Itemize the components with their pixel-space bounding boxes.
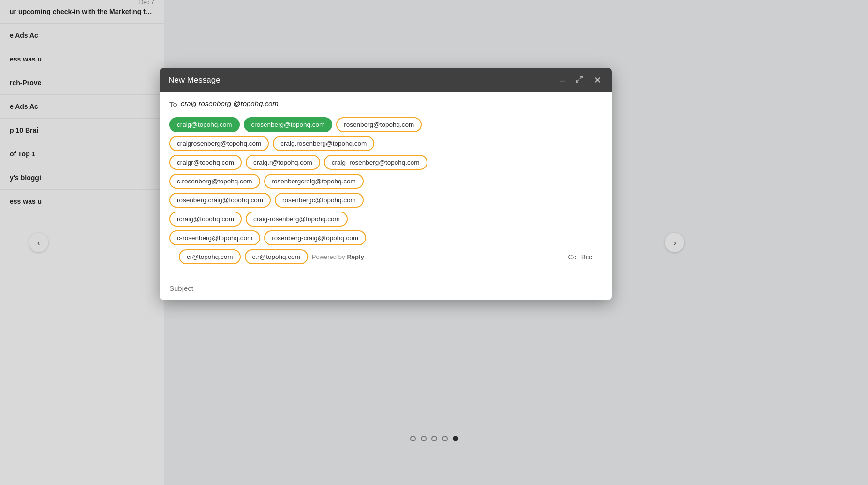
email-chip-rcraig[interactable]: rcraig@topohq.com bbox=[169, 212, 242, 227]
bcc-button[interactable]: Bcc bbox=[581, 253, 592, 261]
email-chip-c-r[interactable]: c.r@topohq.com bbox=[245, 249, 308, 264]
email-chip-rosenberg[interactable]: rosenberg@topohq.com bbox=[336, 117, 422, 132]
suggestions-row-1: craig@topohq.com crosenberg@topohq.com r… bbox=[169, 117, 602, 132]
compose-title: New Message bbox=[168, 76, 221, 85]
email-chip-rosenbergc[interactable]: rosenbergc@topohq.com bbox=[275, 193, 364, 208]
suggestions-row-8: cr@topohq.com c.r@topohq.com Powered by … bbox=[179, 249, 364, 264]
email-chip-crosenberg[interactable]: crosenberg@topohq.com bbox=[244, 117, 333, 132]
suggestions-row-7: c-rosenberg@topohq.com rosenberg-craig@t… bbox=[169, 230, 602, 245]
compose-header: New Message – ✕ bbox=[160, 68, 612, 92]
suggestions-row-5: rosenberg.craig@topohq.com rosenbergc@to… bbox=[169, 193, 602, 208]
to-field: To craig rosenberg @topohq.com bbox=[160, 92, 612, 113]
email-chip-craigrosenberg[interactable]: craigrosenberg@topohq.com bbox=[169, 136, 269, 151]
suggestions-row-3: craigr@topohq.com craig.r@topohq.com cra… bbox=[169, 155, 602, 170]
to-input-value[interactable]: craig rosenberg @topohq.com bbox=[181, 99, 279, 107]
email-chip-craig-r[interactable]: craig.r@topohq.com bbox=[246, 155, 320, 170]
email-chip-cr[interactable]: cr@topohq.com bbox=[179, 249, 241, 264]
suggestions-row-2: craigrosenberg@topohq.com craig.rosenber… bbox=[169, 136, 602, 151]
email-chip-rosenbergcraig[interactable]: rosenbergcraig@topohq.com bbox=[264, 174, 364, 189]
minimize-button[interactable]: – bbox=[558, 75, 567, 86]
compose-modal: New Message – ✕ To craig rosenberg @topo… bbox=[160, 68, 612, 300]
subject-field bbox=[160, 277, 612, 300]
email-chip-craig-dot-rosenberg[interactable]: craig.rosenberg@topohq.com bbox=[273, 136, 374, 151]
powered-by: Powered by Reply bbox=[312, 249, 364, 264]
email-chip-craig-hyphen-rosenberg[interactable]: craig-rosenberg@topohq.com bbox=[246, 212, 348, 227]
to-label: To bbox=[169, 100, 177, 108]
close-button[interactable]: ✕ bbox=[592, 75, 603, 86]
cc-bcc-container: Cc Bcc bbox=[568, 253, 592, 261]
compose-header-actions: – ✕ bbox=[558, 75, 603, 86]
email-chip-c-rosenberg[interactable]: c.rosenberg@topohq.com bbox=[169, 174, 260, 189]
subject-input[interactable] bbox=[169, 284, 602, 292]
last-row: cr@topohq.com c.r@topohq.com Powered by … bbox=[169, 249, 602, 269]
powered-by-text: Powered by bbox=[312, 253, 345, 260]
suggestions-container: craig@topohq.com crosenberg@topohq.com r… bbox=[160, 113, 612, 277]
email-chip-craigr[interactable]: craigr@topohq.com bbox=[169, 155, 242, 170]
email-chip-rosenberg-dot-craig[interactable]: rosenberg.craig@topohq.com bbox=[169, 193, 271, 208]
expand-button[interactable] bbox=[574, 75, 585, 86]
email-chip-craig-underscore-rosenberg[interactable]: craig_rosenberg@topohq.com bbox=[324, 155, 427, 170]
suggestions-row-6: rcraig@topohq.com craig-rosenberg@topohq… bbox=[169, 212, 602, 227]
email-chip-craig[interactable]: craig@topohq.com bbox=[169, 117, 240, 132]
email-chip-rosenberg-hyphen-craig[interactable]: rosenberg-craig@topohq.com bbox=[264, 230, 366, 245]
cc-button[interactable]: Cc bbox=[568, 253, 576, 261]
reply-link[interactable]: Reply bbox=[347, 253, 364, 260]
suggestions-row-4: c.rosenberg@topohq.com rosenbergcraig@to… bbox=[169, 174, 602, 189]
email-chip-c-hyphen-rosenberg[interactable]: c-rosenberg@topohq.com bbox=[169, 230, 260, 245]
